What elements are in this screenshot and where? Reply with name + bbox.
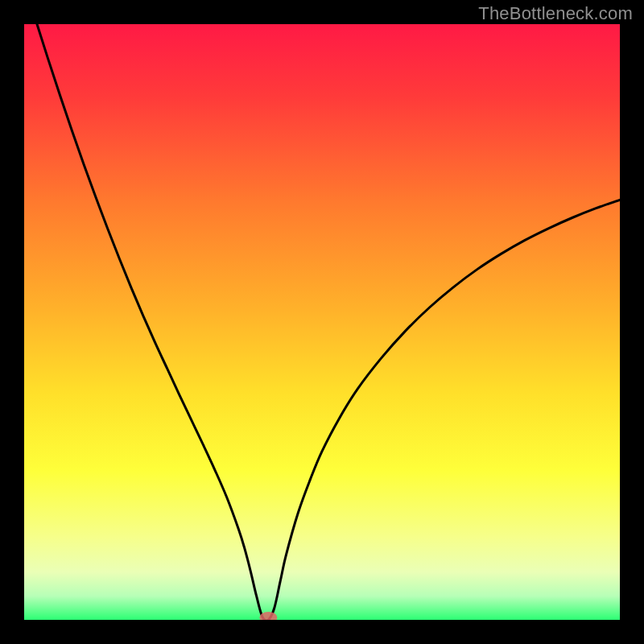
bottleneck-curve-chart — [24, 24, 620, 620]
chart-frame: TheBottleneck.com — [0, 0, 644, 644]
gradient-background — [24, 24, 620, 620]
watermark-text: TheBottleneck.com — [478, 3, 633, 24]
